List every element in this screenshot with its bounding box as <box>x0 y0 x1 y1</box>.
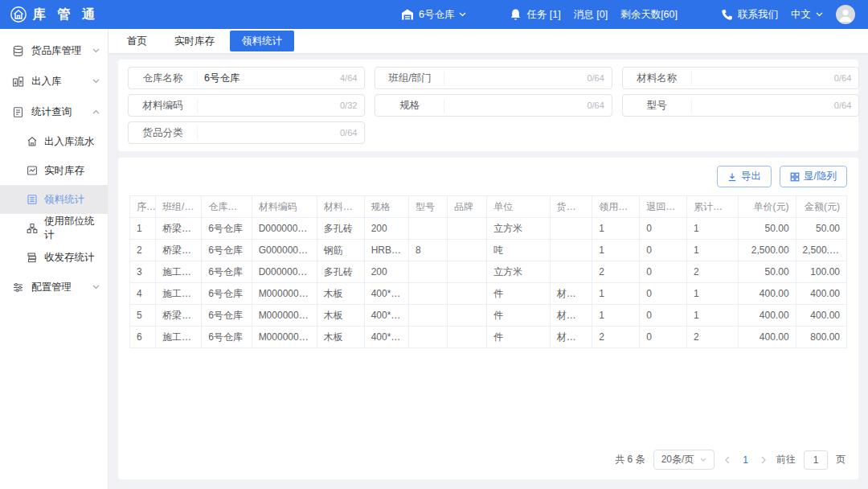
tasks-label: 任务 [1] <box>526 8 560 22</box>
table-cell <box>408 305 447 327</box>
table-row: 4施工班组E6号仓库M0000000001木板400*400件材料分类...10… <box>130 283 847 305</box>
column-header: 累计消耗... <box>686 196 738 218</box>
char-counter: 0/64 <box>834 73 858 83</box>
contact-link[interactable]: 联系我们 <box>721 8 778 22</box>
results-panel: 导出 显/隐列 序号班组/部门仓库名称材料编码材料名称规格型号品牌单位货品分类领… <box>118 158 858 479</box>
tab-realtime-stock[interactable]: 实时库存 <box>162 31 227 51</box>
sidebar-item-picking-statistics[interactable]: 领料统计 <box>0 185 108 214</box>
language-selector[interactable]: 中文 <box>791 8 823 22</box>
house-icon <box>27 136 38 147</box>
field-label: 型号 <box>623 99 692 113</box>
table-cell: HRB40... <box>364 240 408 261</box>
material-name-input[interactable] <box>692 72 834 84</box>
field-model: 型号 0/64 <box>622 94 859 117</box>
material-code-input[interactable] <box>198 100 340 111</box>
next-page-button[interactable] <box>760 456 768 464</box>
field-goods-category: 货品分类 0/64 <box>128 121 365 144</box>
table-cell: M0000000001 <box>252 305 317 327</box>
inventory-icon <box>12 45 24 57</box>
sidebar-item-usage-location-statistics[interactable]: 使用部位统计 <box>0 214 108 243</box>
sidebar-item-send-receive-statistics[interactable]: 收发存统计 <box>0 243 108 272</box>
table-cell <box>448 305 487 327</box>
char-counter: 4/64 <box>340 73 364 83</box>
spec-input[interactable] <box>444 100 587 111</box>
list-document-icon <box>27 194 38 205</box>
table-row: 1桥梁施工...6号仓库D0000000002多孔砖200立方米10150.00… <box>130 218 847 240</box>
days-left-label: 剩余天数[60] <box>620 8 678 22</box>
table-row: 6施工班组D6号仓库M0000000001木板400*400件材料分类...20… <box>130 327 847 348</box>
days-left-badge: 剩余天数[60] <box>620 8 678 22</box>
table-cell: 1 <box>686 240 738 261</box>
sidebar-item-config-management[interactable]: 配置管理 <box>0 272 108 302</box>
table-cell: M0000000001 <box>252 283 317 305</box>
sidebar: 货品库管理 出入库 统计查询 <box>0 29 108 489</box>
show-hide-columns-button[interactable]: 显/隐列 <box>780 166 847 187</box>
table-cell: 施工班组E <box>156 283 202 305</box>
table-cell: 0 <box>640 283 687 305</box>
prev-page-button[interactable] <box>723 456 731 464</box>
messages-link[interactable]: 消息 [0] <box>574 8 608 22</box>
table-cell: 0 <box>640 261 687 283</box>
table-cell: 木板 <box>317 305 364 327</box>
table-cell: 400.00 <box>739 305 796 327</box>
page-size-label: 20条/页 <box>661 453 694 466</box>
books-icon <box>27 252 38 263</box>
model-input[interactable] <box>692 100 834 111</box>
sidebar-item-statistics-query[interactable]: 统计查询 <box>0 97 108 127</box>
table-cell: D0000000002 <box>252 261 317 283</box>
table-cell: 立方米 <box>487 218 550 240</box>
table-cell <box>448 327 487 348</box>
topbar: 库 管 通 6号仓库 任务 [1] 消息 [0] 剩余天数[60] <box>0 0 868 29</box>
table-cell: 2 <box>592 327 640 348</box>
tab-picking-statistics[interactable]: 领料统计 <box>230 31 294 51</box>
column-header: 退回入库... <box>640 196 687 218</box>
table-cell: 桥梁施工... <box>156 305 202 327</box>
warehouse-selector[interactable]: 6号仓库 <box>401 8 466 22</box>
table-row: 2桥梁施工...6号仓库G000000002...钢筋HRB40...8吨101… <box>130 240 847 261</box>
warehouse-icon <box>401 8 414 21</box>
table-cell: 4 <box>130 283 156 305</box>
table-cell <box>408 283 447 305</box>
sidebar-item-in-out[interactable]: 出入库 <box>0 66 108 97</box>
table-row: 5桥梁施工...6号仓库M0000000001木板400*400件材料分类...… <box>130 305 847 327</box>
goods-category-input[interactable] <box>198 127 340 138</box>
table-cell: 800.00 <box>796 327 846 348</box>
table-cell <box>408 218 447 240</box>
tab-home[interactable]: 首页 <box>115 31 159 51</box>
sliders-icon <box>12 281 24 294</box>
table-cell: 50.00 <box>796 218 846 240</box>
table-cell: 0 <box>640 218 687 240</box>
table-cell: 0 <box>640 240 687 261</box>
pagination: 共 6 条 20条/页 1 前往 <box>129 443 847 475</box>
table-cell <box>448 261 487 283</box>
table-cell: 2 <box>686 261 738 283</box>
sidebar-item-goods-library[interactable]: 货品库管理 <box>0 35 108 66</box>
column-header: 型号 <box>408 196 447 218</box>
search-form: 仓库名称 4/64 班组/部门 0/64 材料名称 0/64 <box>118 60 858 151</box>
table-cell: 2,500.00 <box>796 240 846 261</box>
warehouse-name-input[interactable] <box>198 72 340 84</box>
char-counter: 0/64 <box>834 101 858 110</box>
table-cell: 2 <box>130 240 156 261</box>
table-cell: 材料分类... <box>550 283 592 305</box>
goto-suffix-label: 页 <box>836 453 845 466</box>
goto-page-input[interactable] <box>804 450 828 470</box>
table-cell: 2,500.00 <box>739 240 796 261</box>
sidebar-item-realtime-stock[interactable]: 实时库存 <box>0 156 108 185</box>
share-nodes-icon <box>27 223 38 234</box>
sidebar-item-inout-flow[interactable]: 出入库流水 <box>0 127 108 156</box>
tasks-link[interactable]: 任务 [1] <box>510 8 560 22</box>
column-header: 单位 <box>487 196 550 218</box>
team-department-input[interactable] <box>444 72 587 84</box>
column-header: 货品分类 <box>550 196 592 218</box>
table-cell: 100.00 <box>796 261 846 283</box>
current-page-button[interactable]: 1 <box>739 454 751 466</box>
user-avatar[interactable] <box>836 5 855 24</box>
stats-icon <box>12 106 24 118</box>
app-title: 库 管 通 <box>33 6 99 23</box>
export-button[interactable]: 导出 <box>717 166 772 187</box>
column-header: 金额(元) <box>796 196 846 218</box>
table-cell: 木板 <box>317 327 364 348</box>
page-size-select[interactable]: 20条/页 <box>653 450 715 470</box>
results-table: 序号班组/部门仓库名称材料编码材料名称规格型号品牌单位货品分类领用出库...退回… <box>129 195 847 348</box>
